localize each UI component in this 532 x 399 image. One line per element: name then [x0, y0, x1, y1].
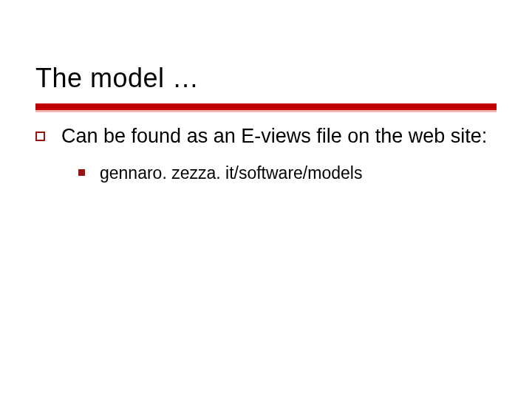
slide-title: The model …	[35, 63, 200, 94]
title-underline-dark	[35, 103, 497, 110]
title-underline-light	[35, 110, 497, 112]
slide: The model … Can be found as an E-views f…	[0, 0, 532, 399]
bullet-level1: Can be found as an E-views file on the w…	[35, 124, 497, 149]
bullet-level2: gennaro. zezza. it/software/models	[78, 163, 497, 184]
bullet-level1-text: Can be found as an E-views file on the w…	[61, 124, 487, 149]
square-outline-bullet-icon	[35, 132, 45, 141]
slide-body: Can be found as an E-views file on the w…	[35, 124, 497, 184]
bullet-level2-text: gennaro. zezza. it/software/models	[100, 163, 362, 184]
square-filled-bullet-icon	[78, 169, 85, 176]
